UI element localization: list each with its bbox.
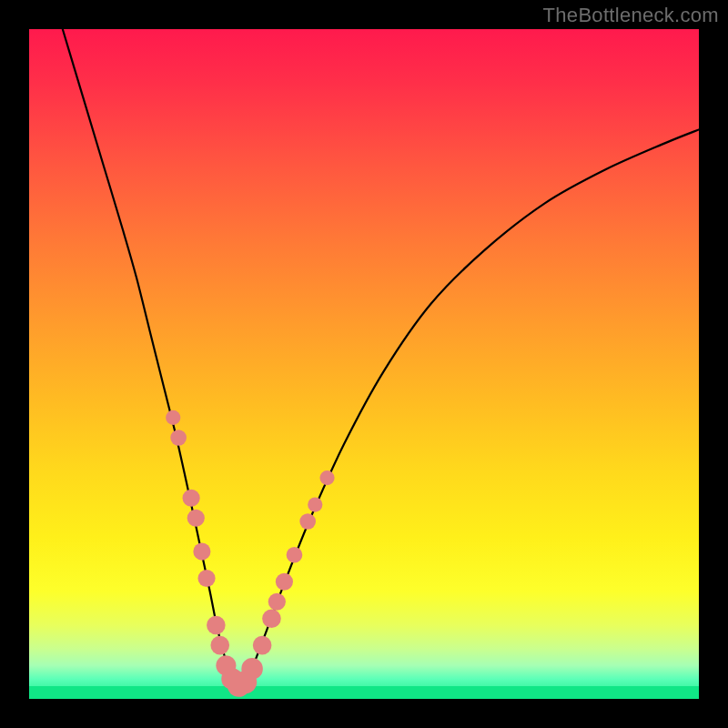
data-marker xyxy=(210,636,229,655)
data-marker xyxy=(308,497,322,511)
curve-path xyxy=(63,29,699,685)
data-marker xyxy=(166,410,180,425)
data-marker xyxy=(170,430,187,446)
chart-frame: TheBottleneck.com xyxy=(0,0,728,728)
data-marker xyxy=(207,616,226,635)
data-marker xyxy=(287,547,303,563)
data-marker xyxy=(183,490,200,507)
data-marker xyxy=(319,470,334,485)
data-marker xyxy=(197,570,215,587)
bottleneck-chart xyxy=(29,29,699,699)
data-marker xyxy=(268,593,286,611)
data-marker xyxy=(193,543,210,561)
data-marker xyxy=(299,513,316,530)
data-marker xyxy=(241,658,263,680)
plot-area xyxy=(29,29,699,699)
data-marker xyxy=(187,510,205,527)
data-marker xyxy=(253,636,272,655)
data-marker xyxy=(262,609,281,628)
watermark-text: TheBottleneck.com xyxy=(543,4,719,27)
data-marker xyxy=(276,573,293,591)
